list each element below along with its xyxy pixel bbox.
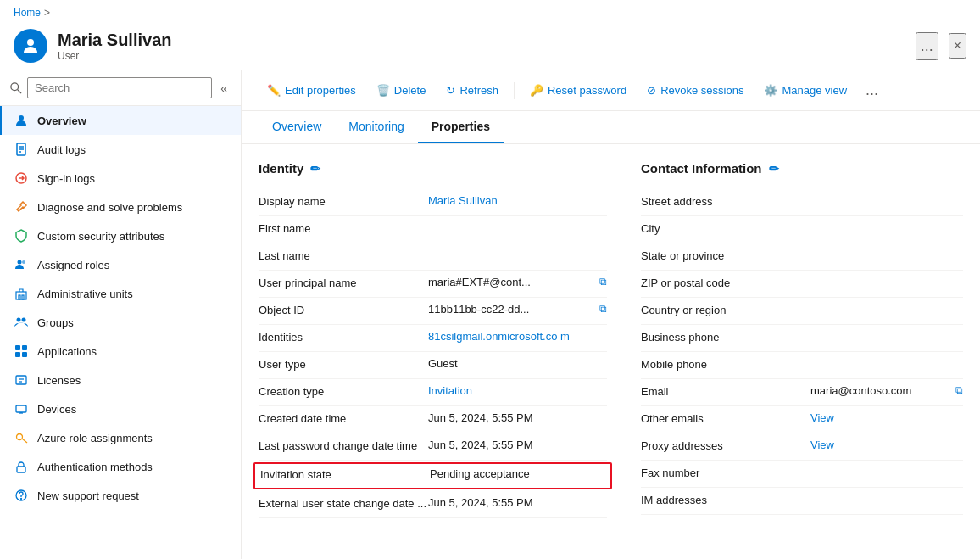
devices-label: Devices	[37, 403, 76, 416]
user-role: User	[58, 50, 905, 62]
svg-point-0	[27, 39, 34, 46]
mobile-phone-label: Mobile phone	[641, 357, 810, 371]
svg-point-30	[21, 499, 22, 500]
sidebar-item-audit-logs[interactable]: Audit logs	[0, 135, 241, 164]
edit-properties-button[interactable]: ✏️ Edit properties	[259, 80, 365, 101]
created-date-label: Created date time	[259, 411, 428, 425]
svg-rect-16	[15, 345, 20, 350]
street-label: Street address	[641, 194, 810, 208]
field-display-name: Display name Maria Sullivan	[259, 189, 607, 216]
field-last-password: Last password change date time Jun 5, 20…	[259, 433, 607, 461]
sidebar-item-assigned-roles[interactable]: Assigned roles	[0, 250, 241, 279]
user-name: Maria Sullivan	[58, 31, 905, 50]
last-password-label: Last password change date time	[259, 439, 428, 452]
gear-icon: ⚙️	[764, 84, 777, 97]
custom-security-label: Custom security attributes	[37, 230, 164, 243]
field-im-addresses: IM addresses	[641, 488, 963, 515]
svg-point-10	[22, 260, 25, 264]
email-copy-icon[interactable]: ⧉	[955, 384, 963, 396]
toolbar-more-button[interactable]: ...	[859, 77, 885, 103]
identity-section-title: Identity ✏	[259, 161, 607, 176]
search-icon	[10, 82, 22, 94]
field-city: City	[641, 216, 963, 243]
sidebar-item-signin-logs[interactable]: Sign-in logs	[0, 164, 241, 193]
sidebar-item-new-support[interactable]: New support request	[0, 481, 241, 510]
sidebar-item-custom-security[interactable]: Custom security attributes	[0, 221, 241, 250]
identities-value[interactable]: 81csilgmail.onmicrosoft.co m	[428, 330, 607, 343]
edit-icon: ✏️	[267, 84, 281, 97]
sidebar-item-licenses[interactable]: Licenses	[0, 366, 241, 394]
state-label: State or province	[641, 249, 810, 262]
delete-icon: 🗑️	[376, 84, 390, 97]
tab-overview[interactable]: Overview	[259, 111, 335, 143]
email-value: maria@contoso.com	[810, 384, 952, 397]
object-id-copy-icon[interactable]: ⧉	[599, 303, 607, 315]
country-label: Country or region	[641, 303, 810, 316]
last-name-label: Last name	[259, 249, 428, 262]
support-icon	[14, 488, 29, 503]
first-name-label: First name	[259, 221, 428, 235]
last-password-value: Jun 5, 2024, 5:55 PM	[428, 439, 607, 451]
proxy-addresses-value[interactable]: View	[810, 439, 963, 451]
sidebar-item-groups[interactable]: Groups	[0, 308, 241, 337]
sidebar-item-devices[interactable]: Devices	[0, 394, 241, 423]
field-identities: Identities 81csilgmail.onmicrosoft.co m	[259, 325, 607, 352]
field-external-state-date: External user state change date ... Jun …	[259, 491, 607, 518]
svg-rect-17	[22, 345, 27, 350]
creation-type-label: Creation type	[259, 384, 428, 398]
field-email: Email maria@contoso.com ⧉	[641, 379, 963, 406]
display-name-value[interactable]: Maria Sullivan	[428, 194, 607, 207]
field-user-type: User type Guest	[259, 352, 607, 379]
im-addresses-label: IM addresses	[641, 493, 810, 506]
tab-properties[interactable]: Properties	[418, 111, 504, 143]
sidebar-item-auth-methods[interactable]: Authentication methods	[0, 452, 241, 481]
audit-logs-label: Audit logs	[37, 143, 86, 156]
other-emails-label: Other emails	[641, 411, 810, 425]
field-invitation-state: Invitation state Pending acceptance	[253, 462, 612, 489]
tab-bar: Overview Monitoring Properties	[242, 111, 980, 144]
licenses-label: Licenses	[37, 374, 81, 387]
search-input[interactable]	[27, 77, 212, 98]
collapse-button[interactable]: «	[217, 80, 231, 97]
header-more-button[interactable]: ...	[916, 32, 938, 60]
fax-label: Fax number	[641, 466, 810, 479]
wrench-icon	[14, 199, 29, 215]
breadcrumb-home[interactable]: Home	[14, 7, 41, 19]
field-state: State or province	[641, 243, 963, 271]
svg-rect-23	[16, 405, 26, 412]
new-support-label: New support request	[37, 489, 139, 502]
tab-monitoring[interactable]: Monitoring	[335, 111, 417, 143]
svg-point-1	[11, 82, 19, 90]
reset-password-button[interactable]: 🔑 Reset password	[521, 80, 635, 101]
close-button[interactable]: ×	[949, 33, 966, 59]
upn-value: maria#EXT#@cont...	[428, 276, 596, 288]
manage-view-button[interactable]: ⚙️ Manage view	[755, 80, 855, 101]
sidebar-item-applications[interactable]: Applications	[0, 337, 241, 366]
content-area: ✏️ Edit properties 🗑️ Delete ↻ Refresh 🔑…	[242, 70, 980, 559]
upn-copy-icon[interactable]: ⧉	[599, 276, 607, 288]
svg-rect-11	[16, 292, 26, 299]
field-business-phone: Business phone	[641, 325, 963, 352]
field-object-id: Object ID 11bb11bb-cc22-dd... ⧉	[259, 298, 607, 325]
toolbar-separator	[514, 82, 515, 99]
groups-label: Groups	[37, 316, 74, 329]
revoke-sessions-button[interactable]: ⊘ Revoke sessions	[638, 80, 752, 101]
refresh-button[interactable]: ↻ Refresh	[437, 80, 507, 101]
external-state-date-value: Jun 5, 2024, 5:55 PM	[428, 496, 607, 509]
identity-edit-icon[interactable]: ✏	[310, 162, 320, 176]
contact-edit-icon[interactable]: ✏	[769, 162, 779, 176]
external-state-date-label: External user state change date ...	[259, 496, 428, 510]
sidebar-item-admin-units[interactable]: Administrative units	[0, 279, 241, 308]
svg-point-26	[17, 434, 23, 440]
device-icon	[14, 401, 29, 416]
person-icon	[14, 113, 29, 128]
user-type-label: User type	[259, 357, 428, 371]
other-emails-value[interactable]: View	[810, 411, 963, 424]
sidebar-item-azure-roles[interactable]: Azure role assignments	[0, 423, 241, 452]
invitation-state-label: Invitation state	[260, 467, 430, 481]
delete-button[interactable]: 🗑️ Delete	[368, 80, 435, 101]
sidebar-item-overview[interactable]: Overview	[0, 106, 241, 135]
sidebar-item-diagnose[interactable]: Diagnose and solve problems	[0, 193, 241, 221]
svg-rect-28	[17, 467, 25, 472]
creation-type-value[interactable]: Invitation	[428, 384, 607, 397]
